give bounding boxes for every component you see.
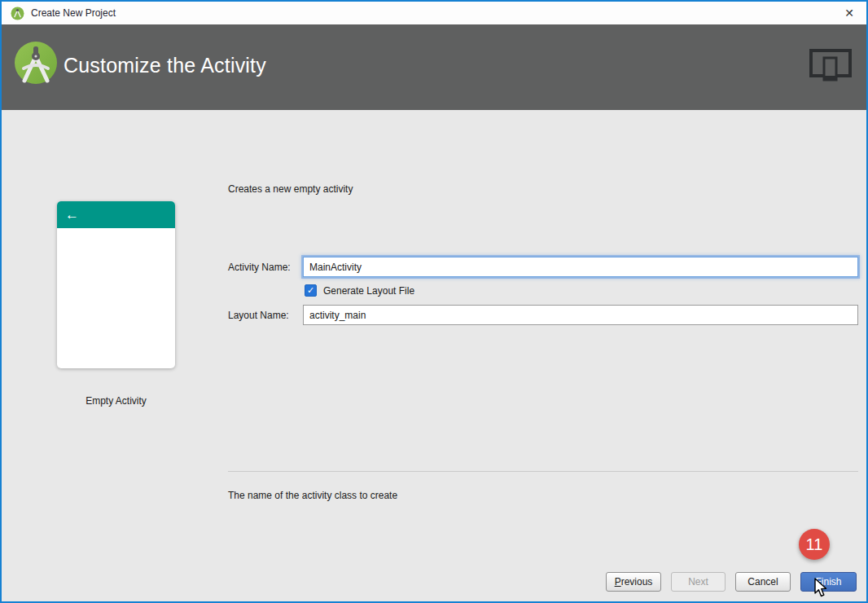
activity-name-label: Activity Name:	[228, 262, 291, 273]
back-arrow-icon: ←	[65, 208, 79, 222]
generate-layout-row: ✓ Generate Layout File	[305, 284, 414, 297]
next-button[interactable]: Next	[671, 572, 726, 592]
previous-button[interactable]: Previous	[606, 572, 661, 592]
window-title: Create New Project	[31, 7, 116, 19]
preview-label: Empty Activity	[33, 395, 199, 407]
preview-card-header: ←	[57, 201, 175, 228]
separator-line	[228, 471, 858, 472]
android-studio-logo-icon	[15, 42, 57, 84]
close-icon[interactable]: ✕	[835, 2, 863, 24]
page-title: Customize the Activity	[64, 54, 266, 77]
form-description: Creates a new empty activity	[228, 183, 353, 195]
step-badge: 11	[799, 529, 830, 560]
footer-hint: The name of the activity class to create	[228, 490, 397, 501]
cancel-button[interactable]: Cancel	[735, 572, 791, 592]
generate-layout-checkbox[interactable]: ✓	[305, 284, 317, 297]
activity-preview-card: ←	[57, 201, 175, 368]
generate-layout-label[interactable]: Generate Layout File	[323, 285, 414, 297]
wizard-header: Customize the Activity	[2, 24, 866, 110]
devices-icon	[809, 49, 852, 85]
layout-name-input[interactable]	[303, 305, 858, 325]
title-bar: Create New Project ✕	[2, 2, 866, 24]
android-studio-icon	[11, 7, 24, 20]
mouse-cursor-icon	[812, 578, 830, 599]
activity-name-input[interactable]	[303, 257, 858, 277]
layout-name-label: Layout Name:	[228, 310, 289, 321]
create-new-project-dialog: Create New Project ✕ Customize the Activ…	[0, 0, 868, 603]
